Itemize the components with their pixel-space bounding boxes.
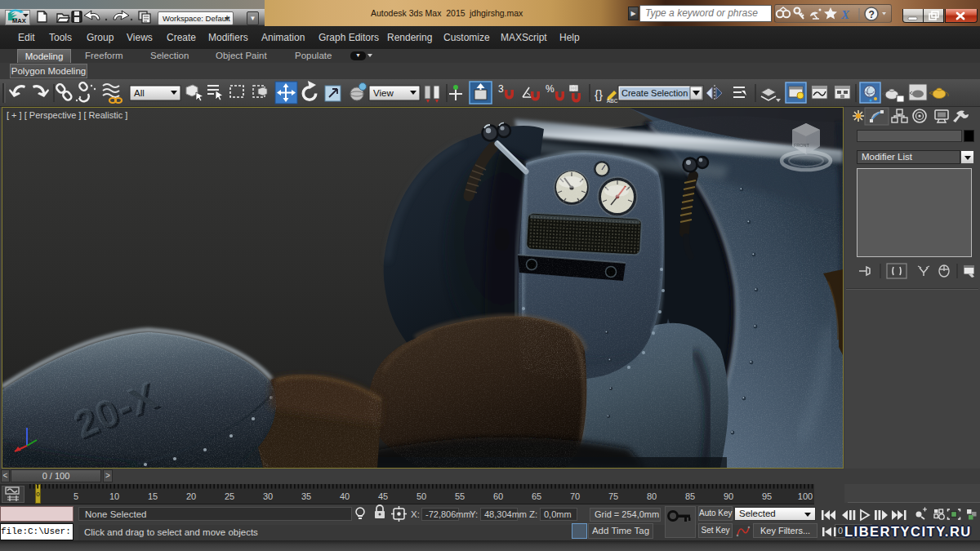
svg-text:FRONT: FRONT	[794, 143, 810, 148]
svg-text:%: %	[546, 83, 555, 95]
svg-text:ABC: ABC	[607, 98, 618, 104]
svg-text:?: ?	[869, 9, 875, 20]
svg-text:3: 3	[498, 83, 504, 95]
svg-text:All: All	[134, 88, 145, 98]
svg-text:{}: {}	[595, 87, 603, 101]
svg-text:View: View	[373, 88, 394, 98]
svg-text:MAX: MAX	[12, 17, 26, 24]
svg-text:X: X	[840, 8, 850, 21]
svg-text:Create Selection Se: Create Selection Se	[621, 88, 702, 98]
